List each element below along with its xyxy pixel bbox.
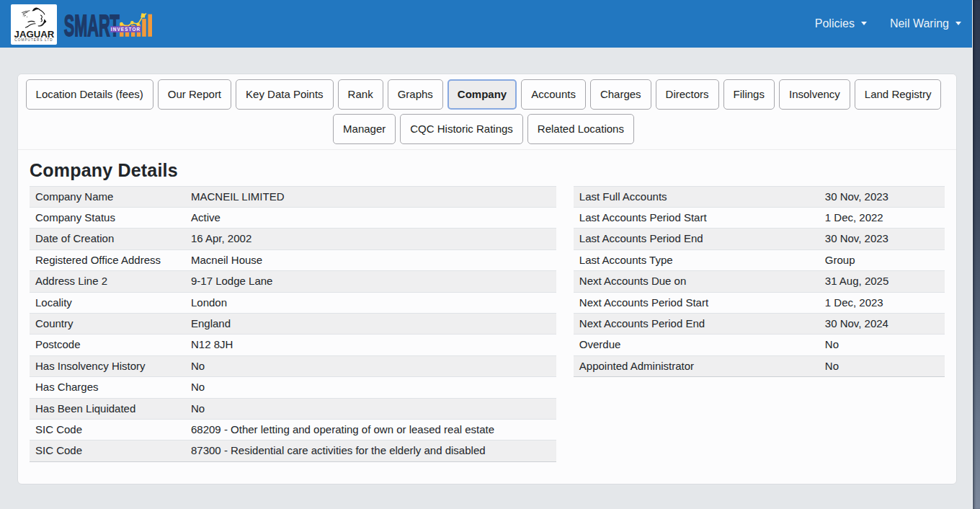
svg-text:INVESTOR: INVESTOR	[111, 27, 141, 32]
svg-text:COMPUTERS LTD: COMPUTERS LTD	[14, 38, 53, 42]
svg-text:SMART: SMART	[64, 9, 120, 43]
